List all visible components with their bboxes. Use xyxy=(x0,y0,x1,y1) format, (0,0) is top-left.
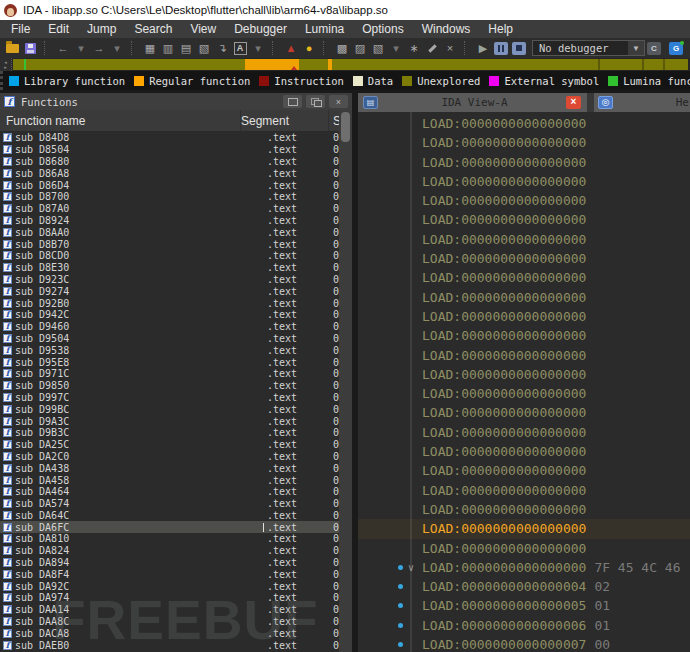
disassembly-line[interactable]: LOAD:0000000000000000 xyxy=(358,210,690,229)
function-row[interactable]: fsub_D95E8.text0 xyxy=(0,356,352,368)
combo-caret-icon[interactable]: ▼ xyxy=(628,41,644,55)
navigation-band[interactable]: ◂▸ xyxy=(0,58,690,71)
back-history-dropdown[interactable]: ▾ xyxy=(73,40,89,56)
remote-debugger-icon[interactable]: G xyxy=(668,40,684,56)
navband-arrow-icon[interactable]: ▸ xyxy=(4,65,7,70)
jump-to-xref-icon[interactable]: ▧ xyxy=(196,40,212,56)
function-row[interactable]: fsub_DA25C.text0 xyxy=(0,439,352,451)
debugger-windows-icon[interactable]: C xyxy=(646,40,662,56)
debugger-pause-icon[interactable] xyxy=(493,40,509,56)
function-row[interactable]: fsub_DAEB0.text0 xyxy=(0,639,352,651)
function-row[interactable]: fsub_DA8F4.text0 xyxy=(0,568,352,580)
text-search-icon[interactable]: A xyxy=(232,40,248,56)
function-row[interactable]: fsub_D8680.text0 xyxy=(0,156,352,168)
menu-item-help[interactable]: Help xyxy=(479,20,522,38)
disassembly-line[interactable]: LOAD:000000000000000601 xyxy=(358,616,690,635)
function-row[interactable]: fsub_DA574.text0 xyxy=(0,498,352,510)
disassembly-line[interactable]: LOAD:0000000000000000 xyxy=(358,307,690,326)
menu-item-file[interactable]: File xyxy=(2,20,39,38)
function-row[interactable]: fsub_DA894.text0 xyxy=(0,557,352,569)
disassembly-line[interactable]: LOAD:0000000000000000 xyxy=(358,423,690,442)
disassembly-line[interactable]: LOAD:0000000000000000 xyxy=(358,249,690,268)
disassembly-view[interactable]: LOAD:0000000000000000LOAD:00000000000000… xyxy=(358,112,690,652)
problems-icon[interactable]: ▲ xyxy=(283,40,299,56)
disassembly-line[interactable]: LOAD:0000000000000000 xyxy=(358,539,690,558)
menu-item-lumina[interactable]: Lumina xyxy=(296,20,353,38)
disassembly-line[interactable]: LOAD:0000000000000000 xyxy=(358,384,690,403)
column-header-segment[interactable]: Segment xyxy=(241,110,329,131)
save-file-icon[interactable] xyxy=(22,40,38,56)
scrollbar-thumb[interactable] xyxy=(341,112,350,142)
menu-item-debugger[interactable]: Debugger xyxy=(225,20,296,38)
close-panel-button[interactable]: × xyxy=(329,95,348,108)
disassembly-line[interactable]: LOAD:0000000000000000 xyxy=(358,519,690,538)
function-row[interactable]: fsub_D8CD0.text0 xyxy=(0,250,352,262)
function-row[interactable]: fsub_DA974.text0 xyxy=(0,592,352,604)
jump-to-function-icon[interactable]: ▦ xyxy=(142,40,158,56)
function-row[interactable]: fsub_D923C.text0 xyxy=(0,274,352,286)
function-attrs-icon[interactable]: ▧ xyxy=(370,40,386,56)
create-function-icon[interactable]: ▩ xyxy=(334,40,350,56)
function-row[interactable]: fsub_D87A0.text0 xyxy=(0,203,352,215)
menu-item-edit[interactable]: Edit xyxy=(39,20,78,38)
function-row[interactable]: fsub_DA438.text0 xyxy=(0,462,352,474)
function-row[interactable]: fsub_D86A8.text0 xyxy=(0,167,352,179)
disassembly-line[interactable]: LOAD:0000000000000000 xyxy=(358,268,690,287)
function-row[interactable]: fsub_D9850.text0 xyxy=(0,380,352,392)
function-row[interactable]: fsub_D86D4.text0 xyxy=(0,179,352,191)
disassembly-line[interactable]: LOAD:0000000000000000 xyxy=(358,346,690,365)
menu-item-windows[interactable]: Windows xyxy=(413,20,480,38)
search-dropdown[interactable]: ▾ xyxy=(250,40,266,56)
menu-item-search[interactable]: Search xyxy=(125,20,181,38)
function-row[interactable]: fsub_D84D8.text0 xyxy=(0,132,352,144)
function-row[interactable]: fsub_DA464.text0 xyxy=(0,486,352,498)
disassembly-line[interactable]: LOAD:0000000000000000 xyxy=(358,403,690,422)
disassembly-line[interactable]: LOAD:0000000000000000 xyxy=(358,442,690,461)
disassembly-line[interactable]: LOAD:0000000000000000 xyxy=(358,365,690,384)
script-icon[interactable]: ∗ xyxy=(406,40,422,56)
column-header-function-name[interactable]: Function name xyxy=(0,110,241,131)
function-row[interactable]: fsub_DA824.text0 xyxy=(0,545,352,557)
function-row[interactable]: fsub_D971C.text0 xyxy=(0,368,352,380)
function-row[interactable]: fsub_DA458.text0 xyxy=(0,474,352,486)
function-row[interactable]: fsub_D9460.text0 xyxy=(0,321,352,333)
jump-to-segment-icon[interactable]: ▥ xyxy=(160,40,176,56)
collapse-arrow-icon[interactable]: ∨ xyxy=(408,558,414,577)
cancel-icon[interactable]: × xyxy=(442,40,458,56)
jump-to-address-icon[interactable]: ▤ xyxy=(178,40,194,56)
function-row[interactable]: fsub_D8AA0.text0 xyxy=(0,226,352,238)
function-row[interactable]: fsub_D9538.text0 xyxy=(0,344,352,356)
disassembly-line[interactable]: LOAD:0000000000000000 xyxy=(358,191,690,210)
jump-down-icon[interactable]: ↴ xyxy=(214,40,230,56)
debugger-selector[interactable]: No debugger▼ xyxy=(532,40,645,56)
debugger-start-icon[interactable]: ▶ xyxy=(475,40,491,56)
function-row[interactable]: fsub_D92B0.text0 xyxy=(0,297,352,309)
function-row[interactable]: fsub_D8E30.text0 xyxy=(0,262,352,274)
maximize-panel-button[interactable] xyxy=(283,95,302,108)
function-row[interactable]: fsub_DA6FC.text0 xyxy=(0,521,352,533)
function-row[interactable]: fsub_D8924.text0 xyxy=(0,215,352,227)
disassembly-line[interactable]: LOAD:0000000000000000 xyxy=(358,114,690,133)
debugger-stop-icon[interactable] xyxy=(511,40,527,56)
menu-item-view[interactable]: View xyxy=(181,20,225,38)
edit-pencil-icon[interactable] xyxy=(424,40,440,56)
functions-scrollbar[interactable] xyxy=(339,110,352,652)
function-row[interactable]: fsub_D9A3C.text0 xyxy=(0,415,352,427)
function-row[interactable]: fsub_D99BC.text0 xyxy=(0,403,352,415)
navband-track[interactable] xyxy=(13,59,688,70)
tab-ida-view-a[interactable]: IDA View-A xyxy=(383,96,566,109)
function-row[interactable]: fsub_DACA8.text0 xyxy=(0,627,352,639)
disassembly-line[interactable]: LOAD:0000000000000000 xyxy=(358,153,690,172)
open-file-icon[interactable] xyxy=(4,40,20,56)
navband-scroll-arrows[interactable]: ◂▸ xyxy=(0,58,12,71)
function-row[interactable]: fsub_D997C.text0 xyxy=(0,392,352,404)
function-row[interactable]: fsub_DAA8C.text0 xyxy=(0,616,352,628)
disassembly-line[interactable]: LOAD:0000000000000000 xyxy=(358,500,690,519)
forward-history-dropdown[interactable]: ▾ xyxy=(109,40,125,56)
lumina-pull-icon[interactable]: ● xyxy=(301,40,317,56)
edit-function-icon[interactable]: ▨ xyxy=(352,40,368,56)
function-row[interactable]: fsub_DA92C.text0 xyxy=(0,580,352,592)
function-row[interactable]: fsub_D9274.text0 xyxy=(0,285,352,297)
disassembly-line[interactable]: LOAD:000000000000000700 xyxy=(358,635,690,652)
function-row[interactable]: fsub_DA64C.text0 xyxy=(0,510,352,522)
